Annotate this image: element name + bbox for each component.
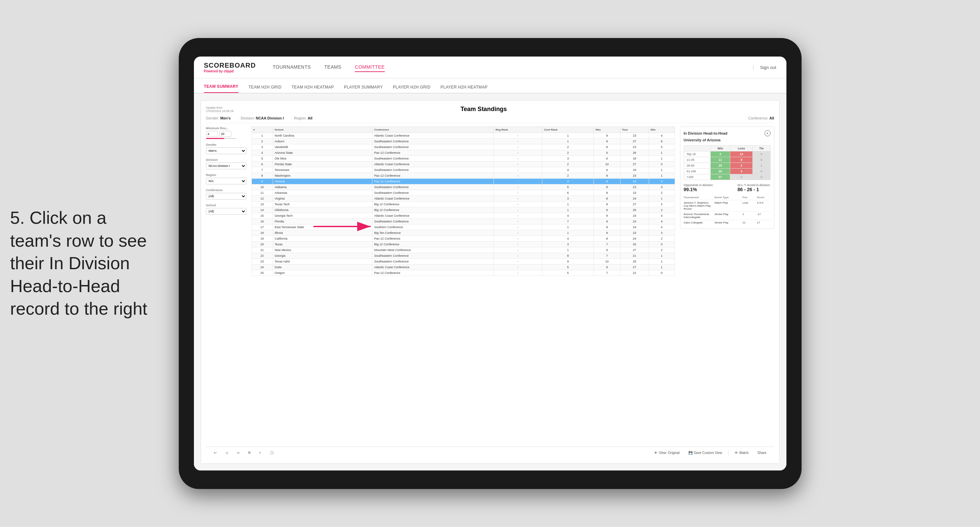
update-time-value: 27/03/2024 16:56:26: [206, 110, 234, 113]
watch-button[interactable]: 👁 Watch: [732, 450, 751, 456]
h2h-loss: 13: [730, 151, 753, 157]
add-button[interactable]: +: [256, 450, 264, 456]
min-rounds-input-1[interactable]: [206, 131, 218, 137]
conference-select[interactable]: (All): [206, 193, 247, 200]
tourn-score: 17: [757, 221, 771, 224]
table-row[interactable]: 3 Vanderbilt Southeastern Conference - 2…: [251, 144, 675, 150]
cell-school: Arkansas: [273, 190, 372, 196]
cell-win: 1: [649, 150, 675, 156]
tablet-screen: SCOREBOARD Powered by clippd TOURNAMENTS…: [194, 57, 786, 470]
table-row[interactable]: 7 Tennessee Southeastern Conference - 4 …: [251, 167, 675, 173]
cell-num: 17: [251, 224, 273, 230]
sub-nav-player-h2h-heatmap[interactable]: PLAYER H2H HEATMAP: [441, 85, 488, 93]
table-row[interactable]: 20 Texas Big 12 Conference - 3 7 20 0: [251, 241, 675, 248]
nav-item-committee[interactable]: COMMITTEE: [355, 63, 385, 72]
cell-tour: 24: [620, 196, 649, 202]
sub-nav-player-summary[interactable]: PLAYER SUMMARY: [344, 85, 383, 93]
cell-conference: Southeastern Conference: [372, 139, 493, 144]
view-original-button[interactable]: 👁 View: Original: [651, 450, 682, 456]
cell-win: 0: [649, 241, 675, 248]
share-button[interactable]: Share: [755, 450, 769, 456]
table-row[interactable]: 9 Arizona Pac-12 Conference - 3 8 23 3: [251, 179, 675, 184]
cell-reg: -: [493, 196, 542, 202]
tourn-type: Stroke Play: [715, 221, 741, 224]
sub-nav-team-h2h-grid[interactable]: TEAM H2H GRID: [248, 85, 282, 93]
h2h-tie: 0: [753, 151, 770, 157]
min-rounds-slider[interactable]: [206, 138, 236, 139]
table-row[interactable]: 4 Arizona State Pac-12 Conference - 2 6 …: [251, 150, 675, 156]
cell-reg: -: [493, 236, 542, 241]
cell-conference: Big 12 Conference: [372, 241, 493, 248]
division-filter-display: Division: NCAA Division I: [241, 116, 284, 120]
table-row[interactable]: 14 Oklahoma Big 12 Conference - 1 9 26 2: [251, 207, 675, 213]
cell-win: 0: [649, 270, 675, 276]
h2h-grid-row: 26-50 25 2 1: [684, 163, 770, 168]
table-row[interactable]: 25 Oregon Pac-12 Conference - 5 7 21 0: [251, 270, 675, 276]
table-row[interactable]: 24 Duke Atlantic Coast Conference - 5 9 …: [251, 265, 675, 270]
right-panel: In Division Head-to-Head × University of…: [680, 127, 774, 446]
min-rounds-input-2[interactable]: [220, 131, 231, 137]
h2h-tie: 0: [753, 157, 770, 163]
undo-button[interactable]: ↩: [211, 450, 219, 456]
redo-button[interactable]: ↪: [234, 450, 242, 456]
cell-win: 4: [649, 133, 675, 139]
cell-school: Arizona: [273, 179, 372, 184]
cell-conf: 1: [542, 248, 593, 253]
cell-conference: Pac-12 Conference: [372, 150, 493, 156]
table-row[interactable]: 12 Virginia Atlantic Coast Conference - …: [251, 196, 675, 202]
annotation-text: 5. Click on a team's row to see their In…: [10, 206, 151, 321]
update-time-label: Update time:: [206, 106, 234, 110]
table-row[interactable]: 21 New Mexico Mountain West Conference -…: [251, 248, 675, 253]
cell-num: 8: [251, 173, 273, 179]
cell-tour: 24: [620, 213, 649, 219]
save-custom-button[interactable]: 💾 Save Custom View: [686, 450, 725, 456]
nav-item-tournaments[interactable]: TOURNAMENTS: [273, 63, 311, 72]
tourn-pos: 11: [743, 221, 756, 224]
cell-reg: -: [493, 224, 542, 230]
table-row[interactable]: 23 Texas A&M Southeastern Conference - 9…: [251, 259, 675, 265]
table-row[interactable]: 8 Washington Pac-12 Conference - 2 8 23 …: [251, 173, 675, 179]
table-row[interactable]: 11 Arkansas Southeastern Conference - 6 …: [251, 190, 675, 196]
table-row[interactable]: 13 Texas Tech Big 12 Conference - 1 9 27…: [251, 202, 675, 207]
tourn-type: Stroke Play: [715, 213, 741, 219]
h2h-panel: In Division Head-to-Head × University of…: [680, 127, 774, 229]
h2h-col-loss: Loss: [730, 146, 753, 151]
cell-conf: 2: [542, 144, 593, 150]
conference-filter-display: Conference: All: [748, 116, 774, 120]
col-tour: Tour: [620, 127, 649, 133]
sign-out-button[interactable]: Sign out: [753, 65, 776, 70]
table-row[interactable]: 10 Alabama Southeastern Conference - 5 8…: [251, 184, 675, 190]
gender-select[interactable]: Men's Women's: [206, 148, 247, 154]
step-back-button[interactable]: ◁: [223, 450, 231, 456]
table-row[interactable]: 22 Georgia Southeastern Conference - 8 7…: [251, 253, 675, 259]
school-select[interactable]: (All): [206, 208, 247, 215]
region-select[interactable]: N/A East West: [206, 178, 247, 184]
eye-icon: 👁: [654, 451, 657, 455]
sub-nav-team-h2h-heatmap[interactable]: TEAM H2H HEATMAP: [291, 85, 334, 93]
clock-button[interactable]: 🕐: [267, 450, 277, 456]
nav-item-teams[interactable]: TEAMS: [324, 63, 341, 72]
division-select[interactable]: NCAA Division I NCAA Division II NCAA Di…: [206, 162, 247, 169]
logo: SCOREBOARD Powered by clippd: [204, 62, 256, 73]
cell-conf: 8: [542, 253, 593, 259]
cell-num: 9: [251, 179, 273, 184]
cell-reg: -: [493, 259, 542, 265]
cell-conf: 5: [542, 184, 593, 190]
cell-rds: 8: [594, 179, 620, 184]
cell-num: 25: [251, 270, 273, 276]
table-row[interactable]: 6 Florida State Atlantic Coast Conferenc…: [251, 162, 675, 167]
sub-nav: TEAM SUMMARY TEAM H2H GRID TEAM H2H HEAT…: [194, 78, 786, 94]
h2h-grid-row: 11-25 11 8 0: [684, 157, 770, 163]
sub-nav-team-summary[interactable]: TEAM SUMMARY: [204, 84, 239, 93]
copy-button[interactable]: ⧉: [245, 449, 253, 456]
table-row[interactable]: 5 Ole Miss Southeastern Conference - 3 6…: [251, 156, 675, 162]
table-row[interactable]: 1 North Carolina Atlantic Coast Conferen…: [251, 133, 675, 139]
h2h-close-button[interactable]: ×: [765, 130, 771, 136]
table-row[interactable]: 2 Auburn Southeastern Conference - 1 9 2…: [251, 139, 675, 144]
cell-num: 23: [251, 259, 273, 265]
cell-tour: 23: [620, 144, 649, 150]
cell-win: 2: [649, 248, 675, 253]
sub-nav-player-h2h-grid[interactable]: PLAYER H2H GRID: [393, 85, 431, 93]
cell-reg: -: [493, 253, 542, 259]
conference-group: Conference (All): [206, 189, 247, 200]
